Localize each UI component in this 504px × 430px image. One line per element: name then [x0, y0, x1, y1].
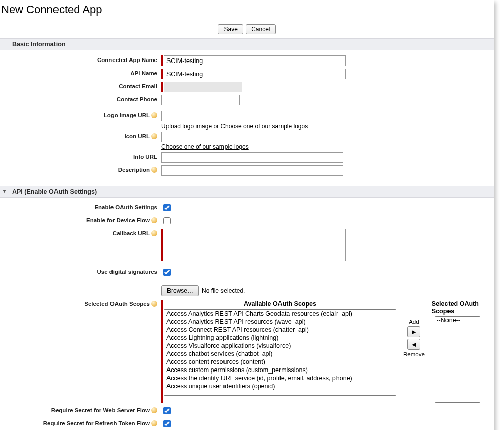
label-icon-url: Icon URL — [10, 132, 161, 140]
scope-option[interactable]: Access Visualforce applications (visualf… — [164, 342, 396, 350]
description-input[interactable] — [161, 165, 343, 176]
label-selected-scopes: Selected OAuth Scopes — [10, 299, 161, 308]
section-basic-header: Basic Information — [0, 38, 494, 50]
help-icon[interactable] — [151, 407, 157, 413]
scope-option[interactable]: Access Analytics REST API Charts Geodata… — [164, 310, 396, 318]
label-contact-phone: Contact Phone — [10, 95, 161, 102]
label-description: Description — [10, 165, 161, 173]
section-basic-body: Connected App Name API Name Contact Emai… — [0, 50, 494, 186]
selected-scopes-title: Selected OAuth Scopes — [432, 300, 484, 315]
scopes-panel: Available OAuth Scopes Access Analytics … — [161, 300, 484, 403]
required-indicator — [161, 82, 163, 92]
cancel-button[interactable]: Cancel — [246, 24, 275, 34]
label-req-secret-refresh: Require Secret for Refresh Token Flow — [10, 419, 161, 427]
remove-label: Remove — [403, 351, 425, 357]
info-url-input[interactable] — [161, 152, 343, 163]
scope-none-option[interactable]: --None-- — [435, 317, 480, 324]
required-indicator — [161, 69, 163, 79]
label-app-name: Connected App Name — [10, 55, 161, 63]
scope-option[interactable]: Access chatbot services (chatbot_api) — [164, 350, 396, 358]
app-name-input[interactable] — [164, 55, 346, 66]
help-icon[interactable] — [151, 217, 157, 223]
req-secret-refresh-checkbox[interactable] — [163, 420, 171, 427]
contact-email-input[interactable] — [164, 82, 242, 92]
enable-device-checkbox[interactable] — [163, 217, 171, 224]
callback-url-textarea[interactable] — [164, 229, 346, 261]
label-contact-email: Contact Email — [10, 82, 161, 89]
enable-oauth-checkbox[interactable] — [163, 204, 171, 211]
label-digital-sig: Use digital signatures — [10, 267, 161, 275]
logo-url-input[interactable] — [161, 111, 343, 121]
digital-sig-checkbox[interactable] — [163, 269, 171, 276]
scope-option[interactable]: Access content resources (content) — [164, 358, 396, 366]
scope-option[interactable]: Access Analytics REST API resources (wav… — [164, 318, 396, 326]
section-api-header[interactable]: API (Enable OAuth Settings) — [0, 186, 494, 198]
required-indicator — [161, 229, 163, 261]
label-info-url: Info URL — [10, 152, 161, 160]
api-name-input[interactable] — [164, 69, 346, 79]
available-scopes-title: Available OAuth Scopes — [244, 300, 316, 308]
available-scopes-list[interactable]: Access Analytics REST API Charts Geodata… — [164, 309, 396, 396]
choose-sample-logo-link[interactable]: Choose one of our sample logos — [220, 122, 308, 130]
action-bar: Save Cancel — [0, 24, 494, 34]
label-callback-url: Callback URL — [10, 229, 161, 237]
label-req-secret-web: Require Secret for Web Server Flow — [10, 406, 161, 414]
label-enable-device: Enable for Device Flow — [10, 216, 161, 224]
icon-helper-links: Choose one of our sample logos — [161, 143, 249, 150]
label-logo-url: Logo Image URL — [10, 111, 161, 119]
logo-helper-links: Upload logo image or Choose one of our s… — [161, 122, 308, 130]
choose-sample-icon-link[interactable]: Choose one of our sample logos — [161, 143, 249, 150]
selected-scopes-list[interactable]: --None-- — [435, 316, 480, 403]
help-icon[interactable] — [151, 301, 157, 307]
scope-option[interactable]: Access custom permissions (custom_permis… — [164, 366, 396, 374]
add-scope-button[interactable]: ▶ — [407, 326, 420, 337]
section-api-body: Enable OAuth Settings Enable for Device … — [0, 198, 494, 430]
save-button[interactable]: Save — [218, 24, 243, 34]
scope-option[interactable]: Access Lightning applications (lightning… — [164, 334, 396, 342]
scope-option[interactable]: Access unique user identifiers (openid) — [164, 382, 396, 390]
add-label: Add — [409, 319, 419, 325]
scope-option[interactable]: Access the identity URL service (id, pro… — [164, 374, 396, 382]
file-status-text: No file selected. — [202, 287, 245, 294]
help-icon[interactable] — [151, 420, 157, 426]
scope-option[interactable]: Access Connect REST API resources (chatt… — [164, 326, 396, 334]
help-icon[interactable] — [151, 112, 157, 118]
icon-url-input[interactable] — [161, 132, 343, 142]
contact-phone-input[interactable] — [161, 95, 240, 105]
help-icon[interactable] — [151, 167, 157, 173]
page-title: New Connected App — [0, 3, 494, 16]
label-enable-oauth: Enable OAuth Settings — [10, 203, 161, 210]
remove-scope-button[interactable]: ◀ — [407, 339, 420, 350]
required-indicator — [161, 55, 163, 66]
help-icon[interactable] — [151, 230, 157, 236]
label-file-upload — [10, 285, 161, 287]
label-api-name: API Name — [10, 69, 161, 76]
upload-logo-link[interactable]: Upload logo image — [161, 122, 212, 130]
req-secret-web-checkbox[interactable] — [163, 407, 171, 414]
help-icon[interactable] — [151, 133, 157, 139]
browse-button[interactable]: Browse… — [161, 285, 199, 296]
